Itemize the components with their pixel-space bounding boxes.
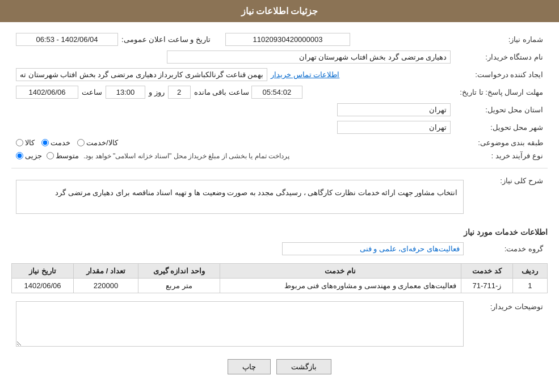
col-header-qty: تعداد / مقدار (74, 264, 138, 279)
cell-name: فعالیت‌های معماری و مهندسی و مشاوره‌های … (220, 279, 461, 293)
need-desc-table: شرح کلی نیاز: انتخاب مشاور جهت ارائه خدم… (11, 173, 548, 221)
deadline-day-label: روز و (149, 88, 165, 96)
services-section-label: اطلاعات خدمات مورد نیاز (11, 227, 548, 237)
buyer-notes-textarea[interactable] (16, 301, 464, 347)
cell-row: 1 (512, 279, 547, 293)
col-header-name: نام خدمت (220, 264, 461, 279)
category-khedmat-label: خدمت (51, 138, 70, 147)
deadline-days: 2 (168, 86, 191, 99)
city-label: شهر محل تحویل: (455, 119, 548, 136)
service-group-label: گروه خدمت: (468, 240, 548, 258)
buyer-org-value: دهیاری مرتضی گرد بخش افتاب شهرستان تهران (167, 50, 451, 64)
button-bar: بازگشت چاپ (11, 359, 548, 374)
purchase-partial-radio[interactable] (16, 152, 23, 159)
category-kala-radio[interactable] (16, 139, 23, 146)
cell-unit: متر مربع (138, 279, 220, 293)
cell-qty: 220000 (74, 279, 138, 293)
need-desc-label: شرح کلی نیاز: (468, 173, 548, 221)
purchase-option-partial[interactable]: جزیی (16, 151, 42, 160)
page-header: جزئیات اطلاعات نیاز (0, 0, 559, 22)
col-header-date: تاریخ نیاز (12, 264, 74, 279)
purchase-option-medium[interactable]: متوسط (47, 151, 79, 160)
announce-label: تاریخ و ساعت اعلان عمومی: (121, 35, 211, 44)
purchase-partial-label: جزیی (25, 151, 42, 160)
purchase-type-row: پرداخت تمام یا بخشی از مبلغ خریداز محل "… (16, 151, 451, 160)
cell-date: 1402/06/06 (12, 279, 74, 293)
purchase-medium-radio[interactable] (47, 152, 54, 159)
print-button[interactable]: چاپ (228, 359, 271, 374)
deadline-label: مهلت ارسال پاسخ: تا تاریخ: (455, 83, 548, 101)
need-number-value: 11020930420000003 (225, 33, 350, 46)
purchase-medium-label: متوسط (56, 151, 79, 160)
info-table: شماره نیاز: 11020930420000003 تاریخ و سا… (11, 31, 548, 162)
buyer-org-label: نام دستگاه خریدار: (455, 48, 548, 66)
remain-value: 05:54:02 (251, 86, 302, 99)
col-header-unit: واحد اندازه گیری (138, 264, 220, 279)
back-button[interactable]: بازگشت (276, 359, 331, 374)
province-value: تهران (337, 103, 451, 116)
page-title: جزئیات اطلاعات نیاز (241, 6, 318, 16)
deadline-time-label: ساعت (82, 88, 102, 96)
need-desc-value: انتخاب مشاور جهت ارائه خدمات نظارت کارگا… (16, 180, 464, 214)
service-group-table: گروه خدمت: فعالیت‌های حرفه‌ای، علمی و فن… (11, 240, 548, 258)
cell-code: ز-711-71 (461, 279, 512, 293)
contact-link[interactable]: اطلاعات تماس خریدار (271, 70, 339, 79)
creator-label: ایجاد کننده درخواست: (455, 66, 548, 83)
remain-label: ساعت باقی مانده (194, 88, 249, 96)
purchase-note: پرداخت تمام یا بخشی از مبلغ خریداز محل "… (83, 152, 289, 160)
announce-value: 1402/06/04 - 06:53 (16, 33, 118, 46)
category-option-khedmat[interactable]: خدمت (41, 138, 70, 147)
buyer-notes-label: توضیحات خریدار: (468, 299, 548, 351)
deadline-time: 13:00 (106, 86, 145, 99)
col-header-row: ردیف (512, 264, 547, 279)
need-number-label: شماره نیاز: (455, 31, 548, 48)
category-radio-group: کالا/خدمت خدمت کالا (16, 138, 451, 147)
col-header-code: کد خدمت (461, 264, 512, 279)
service-group-value: فعالیت‌های حرفه‌ای، علمی و فنی (282, 242, 464, 255)
buyer-notes-table: توضیحات خریدار: (11, 299, 548, 351)
category-option-kala-khedmat[interactable]: کالا/خدمت (77, 138, 118, 147)
services-data-table: ردیف کد خدمت نام خدمت واحد اندازه گیری ت… (11, 263, 548, 293)
creator-value: بهمن قناعت گرنالکباشری کاربرداز دهیاری م… (16, 68, 267, 81)
table-row: 1 ز-711-71 فعالیت‌های معماری و مهندسی و … (12, 279, 548, 293)
category-kala-label: کالا (25, 138, 35, 147)
category-option-kala[interactable]: کالا (16, 138, 35, 147)
category-khedmat-radio[interactable] (41, 139, 49, 146)
deadline-date: 1402/06/06 (16, 86, 78, 99)
city-value: تهران (337, 121, 451, 134)
purchase-type-label: نوع فرآیند خرید : (455, 149, 548, 162)
category-kala-khedmat-label: کالا/خدمت (86, 138, 118, 147)
category-label: طبقه بندی موضوعی: (455, 136, 548, 149)
province-label: استان محل تحویل: (455, 101, 548, 119)
category-kala-khedmat-radio[interactable] (77, 139, 85, 146)
